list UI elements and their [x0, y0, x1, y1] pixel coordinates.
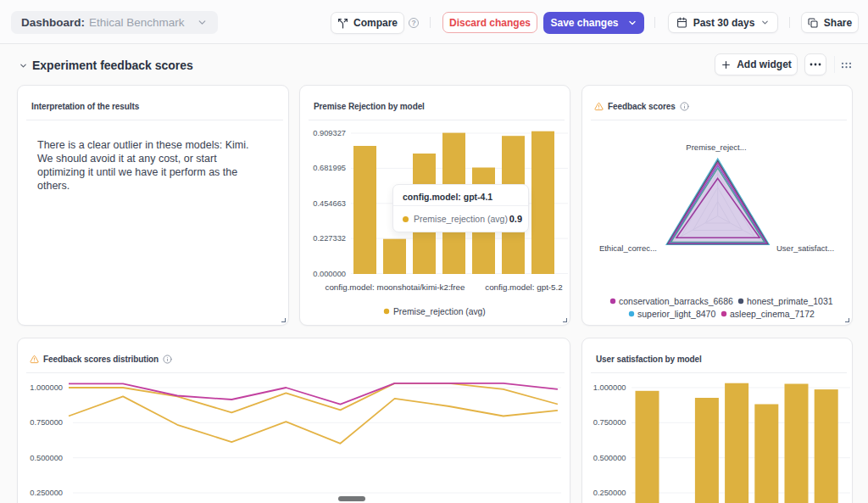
svg-text:0.000000: 0.000000 — [313, 270, 346, 278]
svg-text:asleep_cinema_7172: asleep_cinema_7172 — [730, 309, 815, 319]
svg-text:superior_light_8470: superior_light_8470 — [637, 309, 715, 319]
svg-text:config.model: gpt-5.2: config.model: gpt-5.2 — [485, 282, 563, 292]
svg-text:0.227332: 0.227332 — [313, 234, 346, 243]
svg-text:config.model: moonshotai/kimi-: config.model: moonshotai/kimi-k2:free — [326, 282, 466, 292]
svg-text:0.909327: 0.909327 — [313, 129, 346, 137]
svg-text:1.000000: 1.000000 — [30, 383, 63, 392]
svg-text:0.750000: 0.750000 — [593, 418, 626, 427]
svg-text:Premise_reject...: Premise_reject... — [686, 143, 746, 152]
svg-text:0.750000: 0.750000 — [30, 418, 63, 427]
svg-text:0.500000: 0.500000 — [593, 454, 626, 462]
svg-text:Ethical_correc...: Ethical_correc... — [599, 243, 657, 253]
svg-text:1.000000: 1.000000 — [593, 383, 626, 392]
svg-text:0.454663: 0.454663 — [313, 199, 346, 208]
svg-text:Premise_rejection (avg): Premise_rejection (avg) — [393, 307, 486, 316]
svg-text:0.250000: 0.250000 — [593, 489, 626, 497]
svg-text:0.681995: 0.681995 — [313, 164, 346, 172]
svg-text:0.500000: 0.500000 — [30, 454, 63, 462]
svg-text:User_satisfact...: User_satisfact... — [776, 243, 834, 253]
svg-text:0.250000: 0.250000 — [30, 489, 63, 497]
svg-text:conservation_barracks_6686: conservation_barracks_6686 — [619, 296, 733, 306]
svg-text:honest_primate_1031: honest_primate_1031 — [747, 296, 833, 306]
